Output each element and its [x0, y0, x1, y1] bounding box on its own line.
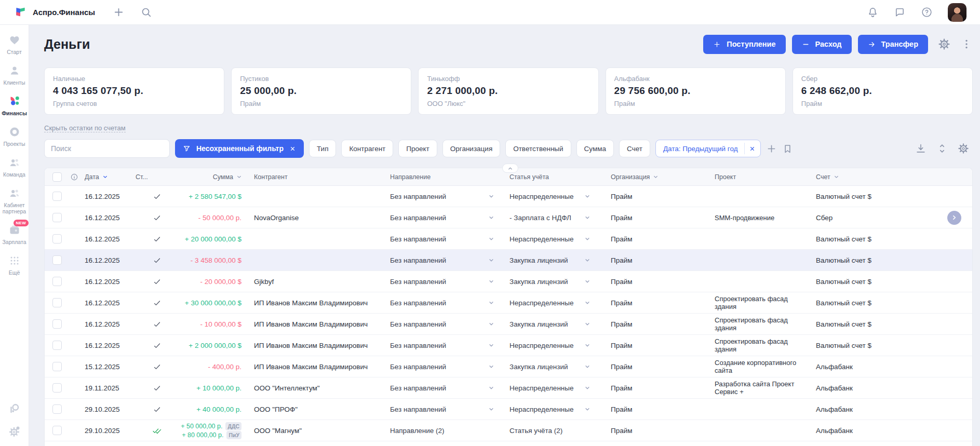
- user-avatar[interactable]: [948, 3, 966, 22]
- account-card[interactable]: Тинькофф 2 271 000,00 р. ООО "Люкс": [418, 67, 598, 115]
- table-row[interactable]: 16.12.2025 - 3 458 000,00 $ Без направле…: [45, 250, 972, 271]
- table-row[interactable]: 16.12.2025 - 50 000,00 р. NovaOrganise Б…: [45, 207, 972, 228]
- sort-desc-icon[interactable]: [102, 173, 109, 180]
- notifications-bell-icon[interactable]: [867, 6, 879, 18]
- chevron-down-icon[interactable]: [584, 342, 591, 349]
- search-input[interactable]: [44, 139, 170, 158]
- row-checkbox[interactable]: [52, 213, 62, 222]
- table-row[interactable]: 16.12.2025 + 2 580 547,00 $ Без направле…: [45, 186, 972, 207]
- col-date[interactable]: Дата: [85, 173, 136, 181]
- more-options-kebab-icon[interactable]: [960, 38, 973, 50]
- table-row[interactable]: 16.12.2025 - 20 000,00 $ Gjkbyf Без напр…: [45, 271, 972, 292]
- table-settings-gear-icon[interactable]: [958, 143, 969, 154]
- table-row[interactable]: 16.12.2025 + 20 000 000,00 $ Без направл…: [45, 228, 972, 250]
- col-status[interactable]: Ст...: [136, 173, 178, 181]
- row-checkbox[interactable]: [52, 341, 62, 350]
- date-filter-chip[interactable]: Дата: Предыдущий год: [655, 140, 761, 157]
- sidebar-item-start[interactable]: Старт: [0, 34, 29, 55]
- chevron-down-icon[interactable]: [488, 256, 495, 264]
- export-download-icon[interactable]: [915, 143, 927, 154]
- col-account[interactable]: Счет: [816, 173, 936, 181]
- table-row[interactable]: 16.12.2025 - 10 000,00 $ ИП Иванов Макси…: [45, 314, 972, 335]
- info-icon[interactable]: [70, 173, 78, 181]
- row-checkbox[interactable]: [52, 362, 62, 371]
- chevron-down-icon[interactable]: [584, 256, 591, 264]
- col-amount[interactable]: Сумма: [178, 173, 246, 181]
- page-settings-gear-icon[interactable]: [938, 38, 950, 50]
- filter-chip[interactable]: Контрагент: [341, 140, 393, 157]
- row-checkbox[interactable]: [52, 404, 62, 414]
- col-project[interactable]: Проект: [715, 173, 816, 181]
- row-checkbox[interactable]: [52, 234, 62, 244]
- chevron-down-icon[interactable]: [584, 299, 591, 306]
- row-checkbox[interactable]: [52, 319, 62, 329]
- chevron-down-icon[interactable]: [584, 214, 591, 221]
- chevron-down-icon[interactable]: [488, 384, 495, 391]
- partner-app-icon[interactable]: [8, 402, 21, 415]
- global-search-button[interactable]: [140, 6, 152, 18]
- row-checkbox[interactable]: [52, 298, 62, 307]
- table-row[interactable]: 15.12.2025 - 400,00 р. ИП Иванов Максим …: [45, 356, 972, 377]
- table-row[interactable]: 29.10.2025 + 40 000,00 р. ООО "ПРОФ" Без…: [45, 399, 972, 420]
- table-row[interactable]: 19.11.2025 + 10 000,00 р. ООО "Интеллект…: [45, 377, 972, 399]
- filter-chip[interactable]: Проект: [398, 140, 437, 157]
- transfer-button[interactable]: Трансфер: [858, 35, 928, 54]
- save-filter-bookmark-icon[interactable]: [782, 143, 793, 154]
- filter-chip[interactable]: Ответственный: [505, 140, 571, 157]
- chevron-down-icon[interactable]: [488, 193, 495, 200]
- chevron-down-icon[interactable]: [488, 214, 495, 221]
- row-checkbox[interactable]: [52, 426, 62, 435]
- select-all-checkbox[interactable]: [52, 172, 62, 182]
- account-card[interactable]: Альфабанк 29 756 600,00 р. Прайм: [606, 67, 786, 115]
- remove-date-filter-icon[interactable]: [749, 145, 756, 152]
- sidebar-item-salary[interactable]: NEW Зарплата: [0, 224, 29, 245]
- chevron-down-icon[interactable]: [488, 278, 495, 285]
- account-card[interactable]: Сбер 6 248 662,00 р. Прайм: [793, 67, 973, 115]
- expense-button[interactable]: Расход: [792, 35, 852, 54]
- table-row[interactable]: 16.12.2025 + 2 000 000,00 $ ИП Иванов Ма…: [45, 335, 972, 356]
- row-checkbox[interactable]: [52, 192, 62, 201]
- income-button[interactable]: Поступление: [703, 35, 785, 54]
- chevron-down-icon[interactable]: [584, 384, 591, 391]
- chevron-down-icon[interactable]: [584, 320, 591, 328]
- filter-chip[interactable]: Тип: [309, 140, 337, 157]
- chevron-down-icon[interactable]: [584, 406, 591, 413]
- sidebar-item-partner[interactable]: Кабинет партнера: [0, 187, 29, 214]
- table-row[interactable]: 16.12.2025 + 30 000 000,00 $ ИП Иванов М…: [45, 292, 972, 314]
- col-direction[interactable]: Направление: [390, 173, 509, 181]
- chevron-down-icon[interactable]: [652, 173, 659, 180]
- brand[interactable]: Аспро.Финансы: [15, 6, 95, 18]
- filter-chip[interactable]: Счет: [619, 140, 650, 157]
- row-checkbox[interactable]: [52, 277, 62, 286]
- col-organization[interactable]: Организация: [611, 173, 715, 181]
- filter-chip[interactable]: Сумма: [576, 140, 614, 157]
- chevron-down-icon[interactable]: [584, 193, 591, 200]
- table-row[interactable]: 29.10.2025 + 50 000,00 р.ДДС+ 80 000,00 …: [45, 420, 972, 441]
- chevron-down-icon[interactable]: [488, 406, 495, 413]
- collapse-pill-button[interactable]: [502, 164, 518, 173]
- chat-icon[interactable]: [894, 6, 906, 18]
- col-article[interactable]: Статья учёта: [509, 173, 611, 181]
- chevron-down-icon[interactable]: [584, 278, 591, 285]
- help-icon[interactable]: [921, 6, 933, 18]
- chevron-down-icon[interactable]: [584, 363, 591, 370]
- sidebar-item-more[interactable]: Ещё: [0, 254, 29, 276]
- sidebar-item-team[interactable]: Команда: [0, 156, 29, 178]
- chevron-down-icon[interactable]: [833, 173, 840, 180]
- chevron-down-icon[interactable]: [236, 173, 243, 180]
- account-card[interactable]: Пустиков 25 000,00 р. Прайм: [231, 67, 411, 115]
- sidebar-item-clients[interactable]: Клиенты: [0, 64, 29, 86]
- open-record-button[interactable]: [947, 211, 961, 225]
- sort-updown-icon[interactable]: [936, 143, 948, 154]
- sidebar-item-projects[interactable]: Проекты: [0, 126, 29, 147]
- chevron-down-icon[interactable]: [488, 235, 495, 242]
- account-card[interactable]: Наличные 4 043 165 077,50 р. Группа счет…: [44, 67, 224, 115]
- col-counterparty[interactable]: Контрагент: [246, 173, 390, 181]
- filter-chip[interactable]: Организация: [442, 140, 500, 157]
- sidebar-settings-gear-icon[interactable]: [8, 425, 21, 438]
- chevron-down-icon[interactable]: [488, 320, 495, 328]
- chevron-down-icon[interactable]: [488, 299, 495, 306]
- hide-balances-link[interactable]: Скрыть остатки по счетам: [44, 124, 126, 132]
- chevron-down-icon[interactable]: [488, 363, 495, 370]
- add-filter-button[interactable]: [766, 143, 777, 154]
